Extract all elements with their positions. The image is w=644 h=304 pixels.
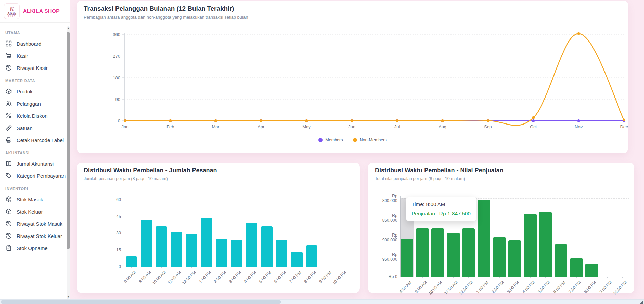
sidebar-scrollbar-thumb[interactable] [67,32,70,249]
sales-bar[interactable] [431,228,444,277]
sales-bar[interactable] [524,214,537,277]
sidebar-section-inventori: INVENTORI [5,187,67,191]
y-tick-label: 60 [93,197,121,202]
sales-bar[interactable] [493,237,506,277]
data-point-non-members [214,119,217,122]
sidebar-item-dashboard[interactable]: Dashboard [5,37,67,50]
x-tick-mark [312,267,312,268]
history-icon [5,64,12,71]
x-tick-mark [147,267,147,268]
orders-bar[interactable] [276,240,287,267]
orders-bar[interactable] [216,239,227,267]
gridline [124,217,351,217]
box-minus-icon [5,208,12,215]
y-tick-label: 0 [118,118,120,123]
x-tick-mark [177,267,177,268]
orders-distribution-card: Distribusi Waktu Pembelian - Jumlah Pesa… [77,163,360,293]
sidebar-section-akuntansi: AKUNTANSI [5,151,67,155]
sidebar-item-stok-masuk[interactable]: Stok Masuk [5,193,67,205]
sidebar-item-label: Riwayat Kasir [17,65,48,71]
sidebar-item-kelola-diskon[interactable]: Kelola Diskon [5,110,67,122]
orders-bar[interactable] [156,226,167,267]
orders-chart-title: Distribusi Waktu Pembelian - Jumlah Pesa… [84,167,217,174]
brand[interactable]: K Alkila SHOP ALKILA SHOP [0,0,70,23]
orders-bar[interactable] [171,232,182,267]
sales-bar[interactable] [416,228,429,277]
x-tick-mark [327,267,327,268]
sidebar-item-pelanggan[interactable]: Pelanggan [5,98,67,110]
sidebar-item-stok-opname[interactable]: Stok Opname [5,242,67,254]
y-tick-label: 30 [93,231,121,236]
sidebar-item-cetak-barcode-label[interactable]: Cetak Barcode Label [5,134,67,146]
printer-icon [5,137,12,143]
x-tick-label: Sep [484,124,492,129]
data-point-non-members [487,119,489,122]
horizontal-scrollbar-thumb[interactable] [1,300,281,304]
sidebar-scroll-down-icon[interactable]: ▼ [67,296,70,298]
orders-bar[interactable] [246,223,257,267]
monthly-line-chart[interactable]: 090180270360JanFebMarAprMayJunJulAugSepO… [77,1,628,153]
sidebar-item-riwayat-stok-keluar[interactable]: Riwayat Stok Keluar [5,230,67,242]
sidebar-item-satuan[interactable]: Satuan [5,122,67,134]
sidebar-section-utama: UTAMA [5,31,67,35]
sidebar-item-kategori-pembayaran[interactable]: Kategori Pembayaran [5,170,67,182]
y-tick-label: 360 [113,32,120,37]
sales-bar[interactable] [508,240,521,277]
orders-bar[interactable] [291,252,303,267]
sales-bar[interactable] [585,264,598,277]
sidebar-item-label: Kasir [17,53,28,59]
sidebar-scroll-up-icon[interactable]: ▲ [67,27,70,30]
sidebar-item-kasir[interactable]: Kasir [5,50,67,62]
data-point-non-members [532,116,535,119]
orders-bar[interactable] [201,218,212,267]
sales-bar[interactable] [570,258,583,277]
dashboard-icon [5,40,12,47]
sidebar-item-riwayat-stok-masuk[interactable]: Riwayat Stok Masuk [5,218,67,230]
horizontal-scrollbar-track [0,299,644,304]
orders-chart-subtitle: Jumlah pesanan per jam (8 pagi - 10 mala… [84,176,168,181]
sidebar-item-label: Cetak Barcode Label [17,137,64,143]
x-tick-mark [161,267,162,268]
monthly-chart-title: Transaksi Pelanggan Bulanan (12 Bulan Te… [84,5,234,12]
sidebar-item-stok-keluar[interactable]: Stok Keluar [5,205,67,218]
sales-bar[interactable] [478,200,490,277]
legend-item-non-members[interactable]: Non-Members [353,138,386,142]
x-tick-label: Oct [530,124,537,129]
data-point-members [577,119,580,122]
sidebar-item-produk[interactable]: Produk [5,85,67,98]
orders-bar[interactable] [306,245,317,267]
clipboard-check-icon [5,245,12,251]
x-tick-mark [468,277,469,278]
sales-bar[interactable] [555,244,567,277]
sales-bar[interactable] [401,239,413,277]
gridline [124,200,351,200]
monthly-chart-subtitle: Pembagian antara anggota dan non-anggota… [84,15,248,20]
sidebar-item-jurnal-akuntansi[interactable]: Jurnal Akuntansi [5,158,67,170]
sidebar-item-riwayat-kasir[interactable]: Riwayat Kasir [5,62,67,74]
x-tick-label: Aug [439,124,446,129]
orders-bar[interactable] [231,240,242,267]
orders-bar[interactable] [261,226,273,267]
orders-bar[interactable] [186,234,197,267]
x-tick-mark [499,277,500,278]
orders-bar[interactable] [126,256,137,267]
x-tick-label: Apr [258,124,265,129]
x-tick-mark [207,267,207,268]
series-line-non-members [125,34,624,126]
sales-bar[interactable] [539,212,552,277]
legend-label: Non-Members [360,138,386,142]
x-tick-label: Jan [122,124,129,129]
sales-bar[interactable] [462,228,475,277]
x-tick-mark [342,267,342,268]
sales-bar[interactable] [447,233,460,277]
box-icon [5,88,12,95]
legend-item-members[interactable]: Members [318,138,343,142]
legend-dot-non-members [353,138,357,142]
x-tick-mark [422,277,423,278]
x-tick-label: Mar [212,124,220,129]
scrollbar-corner [640,300,643,304]
y-tick-label: Rp800.000 [369,194,397,203]
orders-bar[interactable] [141,220,152,267]
sidebar-item-label: Pelanggan [17,101,41,107]
sidebar-item-label: Stok Opname [17,245,48,251]
